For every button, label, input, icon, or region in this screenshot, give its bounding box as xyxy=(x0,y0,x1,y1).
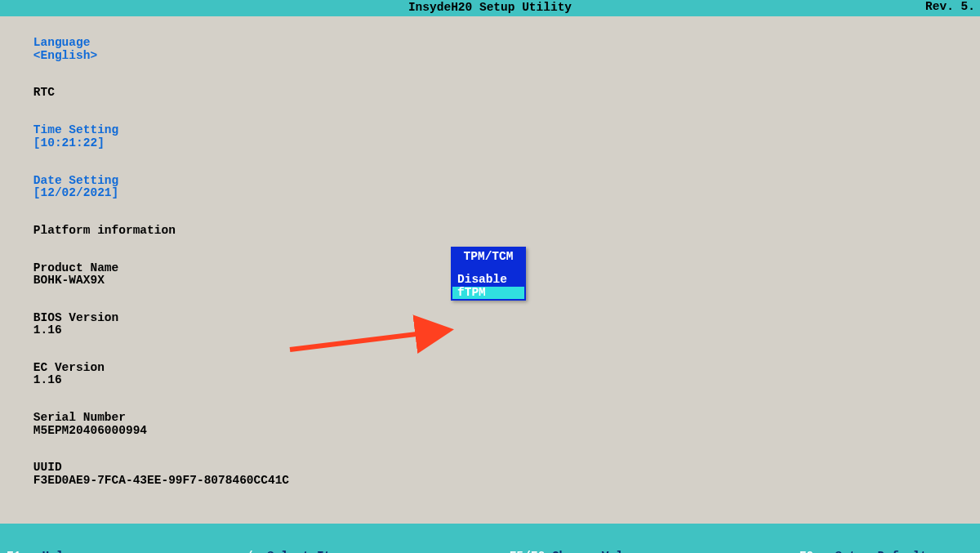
label-serial-number: Serial Number xyxy=(33,412,357,424)
footer-col-3: F5/F6 Change Values Enter Select ▶ SubMe… xyxy=(510,525,800,553)
title-bar: InsydeH20 Setup Utility Rev. 5. xyxy=(0,0,980,16)
key-f9: F9 xyxy=(800,550,813,553)
value-time-setting: [10:21:22] xyxy=(33,137,105,149)
value-bios-version: 1.16 xyxy=(33,324,62,337)
row-bios-version: BIOS Version 1.16 xyxy=(5,300,975,350)
row-uuid: UUID F3ED0AE9-7FCA-43EE-99F7-8078460CC41… xyxy=(5,449,975,499)
popup-option-disable[interactable]: Disable xyxy=(452,274,524,286)
label-product-name: Product Name xyxy=(33,262,357,274)
value-date-setting: [12/02/2021] xyxy=(33,187,118,199)
label-bios-version: BIOS Version xyxy=(33,312,357,324)
key-up-down: ↑/↓ xyxy=(238,550,260,553)
label-time-setting: Time Setting xyxy=(33,124,357,136)
popup-tpm-tcm[interactable]: TPM/TCM Disable fTPM xyxy=(451,247,526,301)
row-ec-version: EC Version 1.16 xyxy=(5,350,975,399)
label-date-setting: Date Setting xyxy=(33,175,357,187)
footer-col-4: F9 Setup Defaults F10 Save and Exit xyxy=(800,525,973,553)
action-setup-defaults: Setup Defaults xyxy=(835,550,934,553)
key-f5-f6: F5/F6 xyxy=(510,550,546,553)
label-language: Language xyxy=(33,37,357,49)
footer-help-bar: F1 Help Esc Exit ↑/↓ Select Item ←/→ Sel… xyxy=(0,524,980,553)
popup-title: TPM/TCM xyxy=(452,248,524,267)
row-time-setting[interactable]: Time Setting [10:21:22] xyxy=(5,112,975,162)
action-change-values: Change Values xyxy=(552,550,644,553)
label-rtc: RTC xyxy=(33,87,357,99)
key-f1: F1 xyxy=(7,550,20,553)
label-platform-info: Platform information xyxy=(33,225,357,237)
action-help: Help xyxy=(42,550,71,553)
value-ec-version: 1.16 xyxy=(33,374,62,386)
popup-option-ftpm[interactable]: fTPM xyxy=(452,287,524,299)
value-uuid: F3ED0AE9-7FCA-43EE-99F7-8078460CC41C xyxy=(33,475,289,487)
footer-col-1: F1 Help Esc Exit xyxy=(7,525,238,553)
value-serial-number: M5EPM20406000994 xyxy=(33,425,147,437)
row-date-setting[interactable]: Date Setting [12/02/2021] xyxy=(5,162,975,212)
value-product-name: BOHK-WAX9X xyxy=(33,274,105,287)
row-language[interactable]: Language <English> xyxy=(5,25,975,74)
revision-text: Rev. 5. xyxy=(925,1,975,13)
row-platform-info: Platform information xyxy=(5,212,975,249)
value-language: <English> xyxy=(33,50,97,62)
label-ec-version: EC Version xyxy=(33,362,357,374)
label-uuid: UUID xyxy=(33,462,357,474)
action-select-item-vert: Select Item xyxy=(267,550,345,553)
row-rtc: RTC xyxy=(5,74,975,112)
row-serial-number: Serial Number M5EPM20406000994 xyxy=(5,399,975,449)
footer-col-2: ↑/↓ Select Item ←/→ Select Item xyxy=(238,525,510,553)
title-text: InsydeH20 Setup Utility xyxy=(408,2,572,14)
